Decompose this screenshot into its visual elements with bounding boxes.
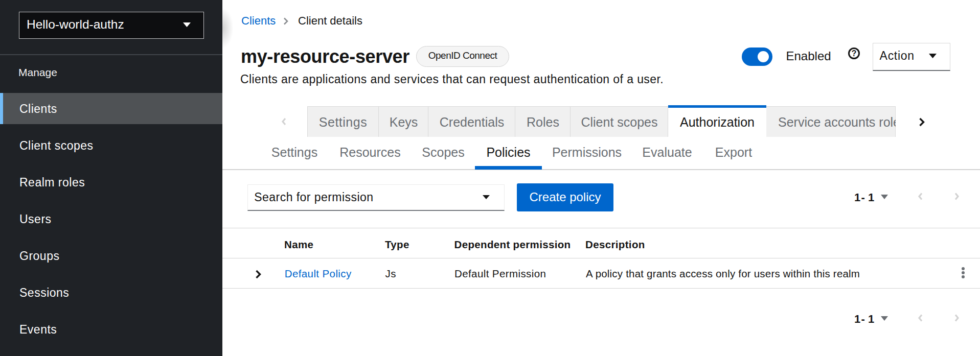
svg-text:?: ? <box>852 49 857 58</box>
